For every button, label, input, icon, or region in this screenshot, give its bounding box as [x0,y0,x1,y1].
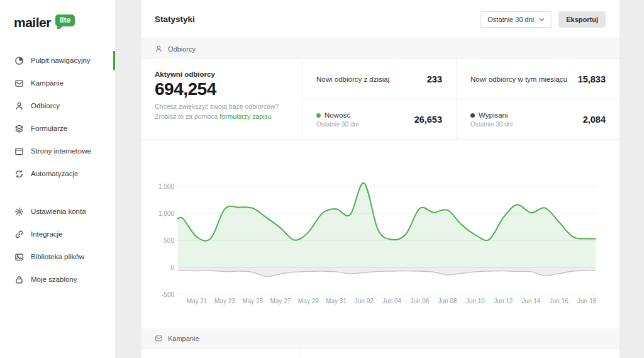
stat-label: Aktywni odbiorcy [155,70,287,78]
stat-value: 2,084 [583,115,606,125]
svg-text:-500: -500 [162,291,174,298]
active-subscribers-count: 694,254 [155,79,287,99]
sidebar-item-label: Formularze [31,125,67,132]
person-icon [155,45,163,53]
stat-label: Wypisani [479,111,508,119]
stat-label: Nowi odbiorcy w tym miesiącu [470,76,567,83]
svg-text:0: 0 [170,264,174,271]
subscribers-chart: 1,5001,0005000-500May 21May 23May 25May … [142,140,619,328]
sidebar-item-subscribers[interactable]: Odbiorcy [0,94,115,117]
sidebar-item-label: Biblioteka plików [31,253,84,260]
layers-icon [14,124,24,133]
sidebar-item-websites[interactable]: Strony internetowe [0,140,115,162]
sidebar-item-account-settings[interactable]: Ustawienia konta [0,200,115,223]
campaigns-stats-partial [142,349,619,356]
section-header-subscribers: Odbiorcy [142,39,619,59]
stat-value: 26,653 [414,115,442,125]
envelope-icon [155,334,163,342]
stat-sublabel: Ostatnie 30 dni [470,121,513,128]
svg-text:May 29: May 29 [298,298,319,305]
envelope-icon [14,79,24,88]
stat-value: 233 [427,74,442,84]
stat-new-this-month: Nowi odbiorcy w tym miesiącu 15,833 [456,59,619,99]
campaigns-stat-cell [142,349,301,356]
stat-label: Nowi odbiorcy z dzisiaj [316,76,389,83]
sidebar-item-my-templates[interactable]: Moje szablony [0,268,115,291]
page-header: Statystyki Ostatnie 30 dni Eksportuj [142,0,619,39]
sidebar-item-label: Automatyzacje [31,170,78,177]
stat-hint: Chcesz zwiększyć swoją bazę odbiorców? Z… [155,102,287,122]
svg-text:500: 500 [164,237,174,244]
section-header-campaigns: Kampanie [142,328,619,349]
stat-value: 15,833 [578,74,606,84]
svg-text:Jun 12: Jun 12 [494,298,513,305]
sidebar-item-label: Pulpit nawigacyjny [31,57,91,64]
svg-text:Jun 06: Jun 06 [410,298,429,305]
subscriber-stats-grid: Aktywni odbiorcy 694,254 Chcesz zwiększy… [142,59,619,140]
date-range-value: Ostatnie 30 dni [487,16,534,23]
sidebar-primary-nav: Pulpit nawigacyjny Kampanie Odbiorcy For… [0,49,115,185]
green-dot-icon [316,113,321,118]
sidebar-item-label: Integracje [31,230,63,238]
sidebar-item-label: Odbiorcy [31,102,60,109]
stat-label: Nowość [325,111,350,119]
sync-arrows-icon [14,169,24,179]
chevron-down-icon [539,18,545,21]
lock-icon [14,275,24,284]
sidebar-item-campaigns[interactable]: Kampanie [0,72,115,94]
sidebar-item-integrations[interactable]: Integracje [0,223,115,245]
sidebar-item-label: Ustawienia konta [31,208,86,215]
page-title: Statystyki [155,14,195,24]
header-controls: Ostatnie 30 dni Eksportuj [480,11,606,28]
gear-icon [14,207,24,216]
legend-entry: Wypisani [470,111,513,119]
sidebar-item-dashboard[interactable]: Pulpit nawigacyjny [0,49,115,72]
svg-text:1,000: 1,000 [158,210,174,217]
person-icon [14,101,24,111]
svg-text:Jun 02: Jun 02 [355,298,374,305]
sidebar: mailer lite Pulpit nawigacyjny Kampanie … [0,0,115,358]
sidebar-item-file-library[interactable]: Biblioteka plików [0,245,115,268]
svg-text:1,500: 1,500 [158,183,174,190]
stat-new-today: Nowi odbiorcy z dzisiaj 233 [302,59,456,99]
dark-dot-icon [470,113,475,118]
svg-text:May 31: May 31 [326,298,347,305]
stat-sublabel: Ostatnie 30 dni [316,121,358,128]
svg-text:May 27: May 27 [270,298,291,305]
gauge-icon [14,56,24,65]
sidebar-item-label: Moje szablony [31,276,77,283]
sidebar-item-automations[interactable]: Automatyzacje [0,162,115,185]
logo-wordmark: mailer [14,15,51,30]
sidebar-item-label: Strony internetowe [31,147,91,155]
svg-text:Jun 08: Jun 08 [438,298,457,305]
image-icon [14,252,24,262]
sidebar-secondary-nav: Ustawienia konta Integracje Biblioteka p… [0,200,115,291]
sidebar-item-label: Kampanie [31,79,64,87]
stat-new-30-days: Nowość Ostatnie 30 dni 26,653 [302,99,456,139]
legend-entry: Nowość [316,111,358,119]
logo-lite-badge: lite [55,14,75,26]
svg-text:May 23: May 23 [214,298,235,305]
stat-unsubscribed-30-days: Wypisani Ostatnie 30 dni 2,084 [456,99,619,139]
signup-forms-link[interactable]: formularzy zapisu [219,113,271,120]
svg-text:May 25: May 25 [242,298,263,305]
section-title: Kampanie [168,335,199,342]
export-button[interactable]: Eksportuj [558,11,606,28]
link-icon [14,230,24,239]
mailerlite-logo[interactable]: mailer lite [0,0,115,42]
svg-text:May 21: May 21 [187,298,208,305]
section-title: Odbiorcy [168,45,196,53]
svg-text:Jun 16: Jun 16 [550,298,569,305]
stat-active-subscribers: Aktywni odbiorcy 694,254 Chcesz zwiększy… [142,59,302,139]
svg-text:Jun 10: Jun 10 [466,298,485,305]
svg-text:Jun 14: Jun 14 [521,298,540,305]
browser-window-icon [14,147,24,156]
subscribers-chart-svg[interactable]: 1,5001,0005000-500May 21May 23May 25May … [142,140,619,322]
svg-text:Jun 18: Jun 18 [577,298,596,305]
sidebar-item-forms[interactable]: Formularze [0,117,115,140]
svg-text:Jun 04: Jun 04 [382,298,401,305]
main-panel: Statystyki Ostatnie 30 dni Eksportuj Odb… [142,0,619,358]
date-range-dropdown[interactable]: Ostatnie 30 dni [480,11,552,28]
